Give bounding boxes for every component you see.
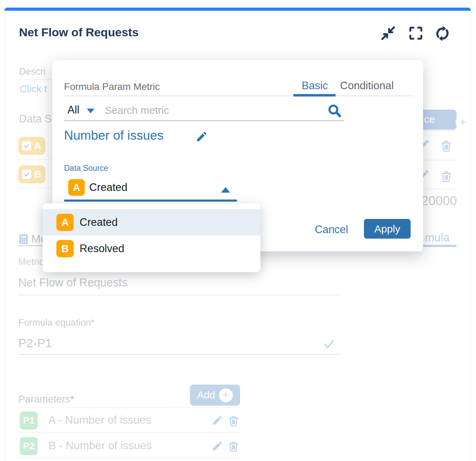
divider (18, 407, 240, 408)
filter-dropdown[interactable]: All (67, 104, 79, 116)
apply-button[interactable]: Apply (364, 219, 411, 239)
trash-icon[interactable] (439, 169, 453, 184)
threshold-value: 20000 (421, 194, 457, 208)
source-letter: A (34, 140, 42, 152)
select-active-underline (64, 200, 237, 202)
divider (18, 457, 240, 458)
parameters-label-text: Parameters (18, 394, 70, 405)
calculator-icon (18, 234, 29, 245)
source-badge: A (68, 179, 85, 196)
card-accent-bar (4, 8, 471, 11)
refresh-icon[interactable] (434, 25, 451, 42)
refresh-icon (434, 25, 451, 42)
source-badge: B (56, 240, 74, 257)
trash-icon[interactable] (227, 439, 240, 454)
divider (18, 159, 52, 160)
option-label: Created (80, 216, 118, 229)
filter-dropdown-value: All (67, 104, 79, 116)
parameter-badge: P2 (20, 437, 38, 455)
select-value: Created (89, 181, 127, 194)
checkbox-checked-icon[interactable] (22, 141, 31, 151)
parameters-label: Parameters* (18, 394, 74, 405)
gadget-title: Net Flow of Requests (19, 26, 139, 39)
search-underline (64, 120, 344, 121)
required-asterisk: * (70, 394, 74, 405)
source-badge-b[interactable]: B (18, 165, 45, 183)
divider (18, 432, 240, 433)
tab-formula[interactable]: mula (425, 231, 450, 244)
add-source-button-text: ce (424, 113, 435, 125)
edit-pencil-icon[interactable] (195, 130, 208, 143)
tab-basic[interactable]: Basic (302, 80, 328, 92)
plus-icon: + (456, 115, 470, 130)
collapse-icon (380, 25, 396, 42)
data-source-label: Data Source (64, 164, 108, 173)
source-badge: A (56, 214, 74, 231)
divider (424, 160, 457, 160)
source-badge-a[interactable]: A (18, 137, 45, 155)
option-label: Resolved (80, 242, 124, 255)
parameter-badge: P1 (20, 412, 38, 430)
dropdown-option-created[interactable]: A Created (43, 209, 260, 236)
source-letter: B (34, 168, 42, 180)
tab-conditional[interactable]: Conditional (340, 80, 394, 92)
trash-icon[interactable] (439, 138, 453, 154)
data-sources-heading: Data S (19, 113, 52, 125)
dialog-title: Formula Param Metric (64, 81, 160, 92)
checkbox-checked-icon[interactable] (22, 169, 31, 179)
metric-name-value[interactable]: Net Flow of Requests (18, 276, 127, 289)
metric-name-label: Metric (18, 257, 44, 267)
data-source-select[interactable]: A Created (64, 177, 237, 198)
fullscreen-icon[interactable] (408, 25, 424, 42)
fullscreen-icon (408, 25, 424, 42)
add-description-link[interactable]: Click t (20, 83, 47, 95)
data-source-dropdown-menu: A Created B Resolved (43, 203, 260, 272)
plus-icon: + (219, 388, 233, 402)
formula-equation-label: Formula equation* (18, 317, 95, 328)
edit-pencil-icon[interactable] (212, 414, 223, 426)
tabs-divider (63, 95, 413, 96)
divider (424, 189, 457, 190)
divider (19, 79, 57, 80)
divider (424, 130, 457, 131)
trash-icon[interactable] (227, 414, 240, 428)
parameter-label: A - Number of issues (48, 414, 151, 426)
cancel-button[interactable]: Cancel (315, 223, 348, 236)
dropdown-option-resolved[interactable]: B Resolved (43, 236, 260, 262)
input-underline (18, 295, 339, 295)
search-input[interactable] (104, 102, 306, 119)
valid-check-icon (323, 338, 335, 350)
add-parameter-button[interactable]: Add + (190, 385, 240, 406)
screen: Net Flow of Requests Descri Click t Data… (0, 0, 476, 461)
metric-title: Number of issues (64, 128, 164, 143)
tab-basic-underline (293, 94, 336, 96)
collapse-icon[interactable] (380, 25, 396, 42)
description-label: Descri (19, 66, 46, 77)
divider (18, 188, 52, 188)
edit-pencil-icon[interactable] (212, 440, 223, 452)
chevron-up-icon (221, 187, 230, 193)
chevron-down-icon[interactable] (87, 109, 94, 113)
parameter-label: B - Number of issues (48, 439, 152, 452)
input-underline (18, 354, 339, 355)
formula-equation-value[interactable]: P2-P1 (18, 336, 52, 350)
add-button-label: Add (197, 389, 215, 401)
search-icon[interactable] (327, 103, 342, 118)
